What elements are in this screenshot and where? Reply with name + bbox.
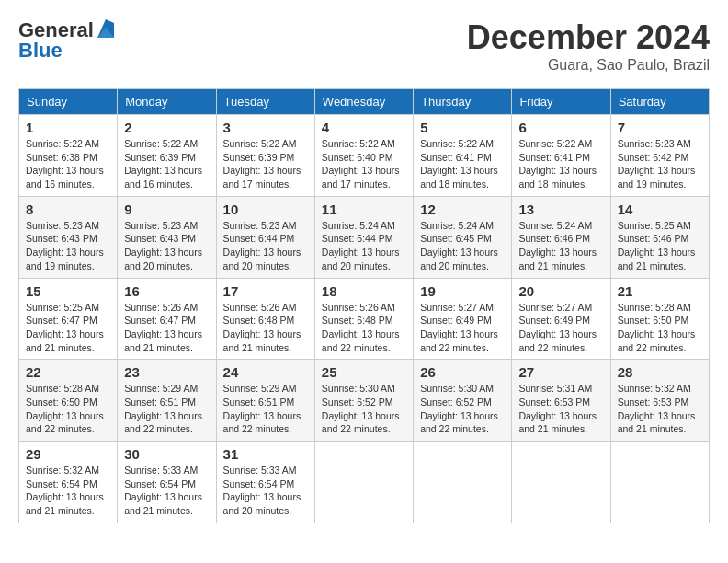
day-number: 26 [420, 364, 505, 380]
day-info: Sunrise: 5:27 AM Sunset: 6:49 PM Dayligh… [420, 301, 505, 355]
header-friday: Friday [512, 89, 610, 115]
day-cell-17: 17 Sunrise: 5:26 AM Sunset: 6:48 PM Dayl… [216, 278, 314, 360]
day-number: 17 [223, 283, 308, 299]
day-number: 7 [618, 120, 702, 135]
header-saturday: Saturday [610, 89, 709, 115]
day-number: 20 [518, 283, 603, 299]
day-cell-31: 31 Sunrise: 5:33 AM Sunset: 6:54 PM Dayl… [216, 442, 314, 523]
day-info: Sunrise: 5:26 AM Sunset: 6:48 PM Dayligh… [223, 301, 308, 355]
day-number: 14 [618, 201, 702, 217]
week-row-1: 1 Sunrise: 5:22 AM Sunset: 6:38 PM Dayli… [19, 115, 710, 197]
day-number: 21 [618, 283, 702, 299]
day-cell-20: 20 Sunrise: 5:27 AM Sunset: 6:49 PM Dayl… [512, 278, 610, 360]
day-cell-28: 28 Sunrise: 5:32 AM Sunset: 6:53 PM Dayl… [610, 360, 709, 442]
day-number: 2 [124, 120, 209, 135]
day-info: Sunrise: 5:30 AM Sunset: 6:52 PM Dayligh… [322, 382, 406, 436]
empty-cell [314, 442, 413, 523]
day-info: Sunrise: 5:24 AM Sunset: 6:44 PM Dayligh… [322, 219, 406, 273]
day-number: 19 [420, 283, 505, 299]
day-info: Sunrise: 5:32 AM Sunset: 6:53 PM Dayligh… [618, 382, 702, 436]
day-cell-29: 29 Sunrise: 5:32 AM Sunset: 6:54 PM Dayl… [19, 442, 118, 523]
day-cell-15: 15 Sunrise: 5:25 AM Sunset: 6:47 PM Dayl… [19, 278, 118, 360]
day-number: 25 [322, 364, 406, 380]
day-info: Sunrise: 5:22 AM Sunset: 6:38 PM Dayligh… [26, 137, 110, 191]
day-number: 29 [26, 446, 110, 462]
header-wednesday: Wednesday [314, 89, 413, 115]
day-cell-10: 10 Sunrise: 5:23 AM Sunset: 6:44 PM Dayl… [216, 196, 314, 278]
day-info: Sunrise: 5:26 AM Sunset: 6:47 PM Dayligh… [124, 301, 209, 355]
day-number: 18 [322, 283, 406, 299]
day-number: 28 [618, 364, 702, 380]
day-info: Sunrise: 5:33 AM Sunset: 6:54 PM Dayligh… [124, 464, 209, 518]
day-number: 3 [223, 120, 308, 135]
day-number: 15 [26, 283, 110, 299]
day-info: Sunrise: 5:23 AM Sunset: 6:42 PM Dayligh… [618, 137, 702, 191]
day-info: Sunrise: 5:29 AM Sunset: 6:51 PM Dayligh… [223, 382, 308, 436]
day-info: Sunrise: 5:27 AM Sunset: 6:49 PM Dayligh… [518, 301, 603, 355]
day-cell-14: 14 Sunrise: 5:25 AM Sunset: 6:46 PM Dayl… [610, 196, 709, 278]
day-info: Sunrise: 5:24 AM Sunset: 6:45 PM Dayligh… [420, 219, 505, 273]
page-header: General Blue December 2024 Guara, Sao Pa… [18, 18, 710, 74]
day-cell-22: 22 Sunrise: 5:28 AM Sunset: 6:50 PM Dayl… [19, 360, 118, 442]
day-info: Sunrise: 5:31 AM Sunset: 6:53 PM Dayligh… [518, 382, 603, 436]
day-info: Sunrise: 5:22 AM Sunset: 6:39 PM Dayligh… [223, 137, 308, 191]
day-info: Sunrise: 5:26 AM Sunset: 6:48 PM Dayligh… [322, 301, 406, 355]
day-info: Sunrise: 5:30 AM Sunset: 6:52 PM Dayligh… [420, 382, 505, 436]
day-number: 4 [322, 120, 406, 135]
day-info: Sunrise: 5:29 AM Sunset: 6:51 PM Dayligh… [124, 382, 209, 436]
day-cell-11: 11 Sunrise: 5:24 AM Sunset: 6:44 PM Dayl… [314, 196, 413, 278]
day-number: 27 [518, 364, 603, 380]
day-cell-16: 16 Sunrise: 5:26 AM Sunset: 6:47 PM Dayl… [118, 278, 216, 360]
day-cell-27: 27 Sunrise: 5:31 AM Sunset: 6:53 PM Dayl… [512, 360, 610, 442]
day-cell-18: 18 Sunrise: 5:26 AM Sunset: 6:48 PM Dayl… [314, 278, 413, 360]
week-row-5: 29 Sunrise: 5:32 AM Sunset: 6:54 PM Dayl… [19, 442, 710, 523]
header-monday: Monday [118, 89, 216, 115]
logo: General Blue [18, 18, 114, 63]
calendar-table: Sunday Monday Tuesday Wednesday Thursday… [18, 88, 710, 523]
day-info: Sunrise: 5:22 AM Sunset: 6:40 PM Dayligh… [322, 137, 406, 191]
day-number: 10 [223, 201, 308, 217]
day-cell-25: 25 Sunrise: 5:30 AM Sunset: 6:52 PM Dayl… [314, 360, 413, 442]
day-cell-21: 21 Sunrise: 5:28 AM Sunset: 6:50 PM Dayl… [610, 278, 709, 360]
empty-cell [610, 442, 709, 523]
day-cell-13: 13 Sunrise: 5:24 AM Sunset: 6:46 PM Dayl… [512, 196, 610, 278]
day-cell-8: 8 Sunrise: 5:23 AM Sunset: 6:43 PM Dayli… [19, 196, 118, 278]
logo-bird-icon [97, 19, 114, 38]
calendar-header-row: Sunday Monday Tuesday Wednesday Thursday… [19, 89, 710, 115]
day-cell-24: 24 Sunrise: 5:29 AM Sunset: 6:51 PM Dayl… [216, 360, 314, 442]
day-cell-5: 5 Sunrise: 5:22 AM Sunset: 6:41 PM Dayli… [414, 115, 512, 197]
day-info: Sunrise: 5:22 AM Sunset: 6:41 PM Dayligh… [518, 137, 603, 191]
header-sunday: Sunday [19, 89, 118, 115]
day-cell-23: 23 Sunrise: 5:29 AM Sunset: 6:51 PM Dayl… [118, 360, 216, 442]
week-row-2: 8 Sunrise: 5:23 AM Sunset: 6:43 PM Dayli… [19, 196, 710, 278]
day-number: 11 [322, 201, 406, 217]
day-cell-26: 26 Sunrise: 5:30 AM Sunset: 6:52 PM Dayl… [414, 360, 512, 442]
day-number: 30 [124, 446, 209, 462]
day-info: Sunrise: 5:22 AM Sunset: 6:39 PM Dayligh… [124, 137, 209, 191]
day-cell-7: 7 Sunrise: 5:23 AM Sunset: 6:42 PM Dayli… [610, 115, 709, 197]
day-cell-12: 12 Sunrise: 5:24 AM Sunset: 6:45 PM Dayl… [414, 196, 512, 278]
day-info: Sunrise: 5:23 AM Sunset: 6:43 PM Dayligh… [26, 219, 110, 273]
day-info: Sunrise: 5:24 AM Sunset: 6:46 PM Dayligh… [518, 219, 603, 273]
day-number: 6 [518, 120, 603, 135]
day-info: Sunrise: 5:25 AM Sunset: 6:46 PM Dayligh… [618, 219, 702, 273]
title-section: December 2024 Guara, Sao Paulo, Brazil [467, 18, 710, 74]
day-number: 12 [420, 201, 505, 217]
day-number: 24 [223, 364, 308, 380]
month-title: December 2024 [467, 18, 710, 57]
empty-cell [414, 442, 512, 523]
day-number: 22 [26, 364, 110, 380]
day-number: 5 [420, 120, 505, 135]
day-info: Sunrise: 5:28 AM Sunset: 6:50 PM Dayligh… [26, 382, 110, 436]
day-info: Sunrise: 5:25 AM Sunset: 6:47 PM Dayligh… [26, 301, 110, 355]
day-number: 8 [26, 201, 110, 217]
day-number: 1 [26, 120, 110, 135]
week-row-3: 15 Sunrise: 5:25 AM Sunset: 6:47 PM Dayl… [19, 278, 710, 360]
day-info: Sunrise: 5:22 AM Sunset: 6:41 PM Dayligh… [420, 137, 505, 191]
day-cell-30: 30 Sunrise: 5:33 AM Sunset: 6:54 PM Dayl… [118, 442, 216, 523]
day-number: 13 [518, 201, 603, 217]
day-cell-1: 1 Sunrise: 5:22 AM Sunset: 6:38 PM Dayli… [19, 115, 118, 197]
day-info: Sunrise: 5:32 AM Sunset: 6:54 PM Dayligh… [26, 464, 110, 518]
day-info: Sunrise: 5:23 AM Sunset: 6:43 PM Dayligh… [124, 219, 209, 273]
header-thursday: Thursday [414, 89, 512, 115]
